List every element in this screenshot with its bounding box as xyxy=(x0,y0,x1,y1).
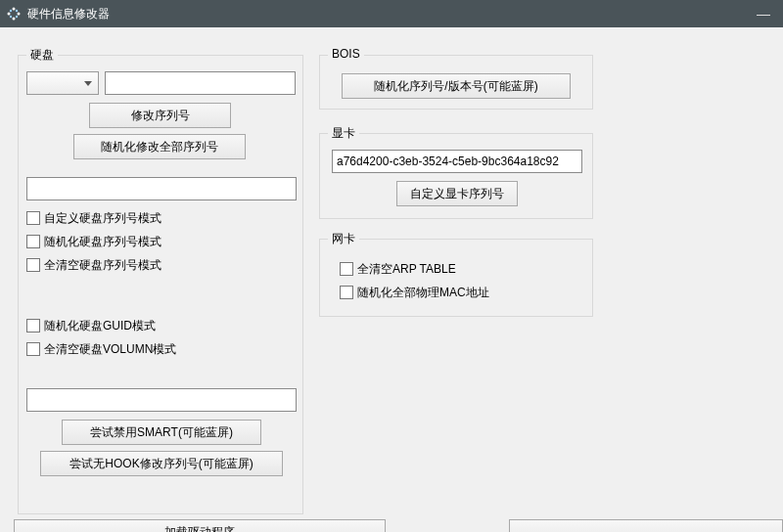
random-all-serial-button[interactable]: 随机化修改全部序列号 xyxy=(73,134,246,159)
gpu-group-label: 显卡 xyxy=(328,125,359,142)
nohook-serial-button[interactable]: 尝试无HOOK修改序列号(可能蓝屏) xyxy=(40,451,283,476)
clear-arp-checkbox[interactable]: 全清空ARP TABLE xyxy=(340,259,456,279)
gpu-custom-serial-button[interactable]: 自定义显卡序列号 xyxy=(396,181,518,206)
titlebar: 硬件信息修改器 — xyxy=(0,0,783,27)
checkbox-icon xyxy=(340,262,353,276)
nic-group: 网卡 全清空ARP TABLE 随机化全部物理MAC地址 xyxy=(319,239,593,317)
clear-arp-label: 全清空ARP TABLE xyxy=(357,261,456,278)
bios-random-button[interactable]: 随机化序列号/版本号(可能蓝屏) xyxy=(342,73,571,99)
client-area: 硬盘 修改序列号 随机化修改全部序列号 自定义硬盘序列号模式 随机化硬盘序列号模… xyxy=(0,27,783,532)
svg-point-0 xyxy=(13,8,16,11)
svg-point-6 xyxy=(10,16,12,18)
custom-serial-mode-checkbox[interactable]: 自定义硬盘序列号模式 xyxy=(26,208,161,228)
gpu-group: 显卡 自定义显卡序列号 xyxy=(319,133,593,219)
bios-group: BOIS 随机化序列号/版本号(可能蓝屏) xyxy=(319,55,593,110)
svg-point-2 xyxy=(18,13,21,16)
svg-point-3 xyxy=(13,18,16,21)
disable-smart-button[interactable]: 尝试禁用SMART(可能蓝屏) xyxy=(62,420,261,445)
clear-volumn-mode-checkbox[interactable]: 全清空硬盘VOLUMN模式 xyxy=(26,339,176,359)
disk-select[interactable] xyxy=(26,71,99,95)
checkbox-icon xyxy=(26,258,40,272)
custom-serial-mode-label: 自定义硬盘序列号模式 xyxy=(44,210,161,227)
bottom-right-button[interactable] xyxy=(509,519,783,532)
disk-serial-input[interactable] xyxy=(105,71,296,95)
load-driver-button[interactable]: 加载驱动程序 xyxy=(14,519,386,532)
random-serial-mode-checkbox[interactable]: 随机化硬盘序列号模式 xyxy=(26,232,161,251)
disk-text2[interactable] xyxy=(26,388,297,412)
clear-serial-mode-label: 全清空硬盘序列号模式 xyxy=(44,257,161,274)
checkbox-icon xyxy=(26,211,40,225)
checkbox-icon xyxy=(340,286,353,299)
clear-volumn-mode-label: 全清空硬盘VOLUMN模式 xyxy=(44,341,176,358)
nic-group-label: 网卡 xyxy=(328,231,359,247)
bios-group-label: BOIS xyxy=(328,47,364,61)
gpu-serial-input[interactable] xyxy=(332,150,582,173)
app-icon xyxy=(6,6,22,22)
checkbox-icon xyxy=(26,319,40,332)
random-mac-label: 随机化全部物理MAC地址 xyxy=(357,285,489,301)
random-guid-mode-label: 随机化硬盘GUID模式 xyxy=(44,318,156,334)
svg-point-4 xyxy=(10,10,12,12)
svg-point-5 xyxy=(16,10,18,12)
checkbox-icon xyxy=(26,235,40,248)
clear-serial-mode-checkbox[interactable]: 全清空硬盘序列号模式 xyxy=(26,255,161,275)
svg-point-1 xyxy=(8,13,11,16)
disk-text1[interactable] xyxy=(26,177,297,200)
window-title: 硬件信息修改器 xyxy=(27,6,750,22)
random-guid-mode-checkbox[interactable]: 随机化硬盘GUID模式 xyxy=(26,316,156,335)
random-mac-checkbox[interactable]: 随机化全部物理MAC地址 xyxy=(340,283,489,302)
modify-serial-button[interactable]: 修改序列号 xyxy=(89,103,231,128)
disk-group: 硬盘 修改序列号 随机化修改全部序列号 自定义硬盘序列号模式 随机化硬盘序列号模… xyxy=(18,55,303,514)
disk-group-label: 硬盘 xyxy=(26,47,58,64)
svg-point-7 xyxy=(16,16,18,18)
random-serial-mode-label: 随机化硬盘序列号模式 xyxy=(44,234,161,250)
minimize-button[interactable]: — xyxy=(750,6,777,22)
checkbox-icon xyxy=(26,342,40,356)
